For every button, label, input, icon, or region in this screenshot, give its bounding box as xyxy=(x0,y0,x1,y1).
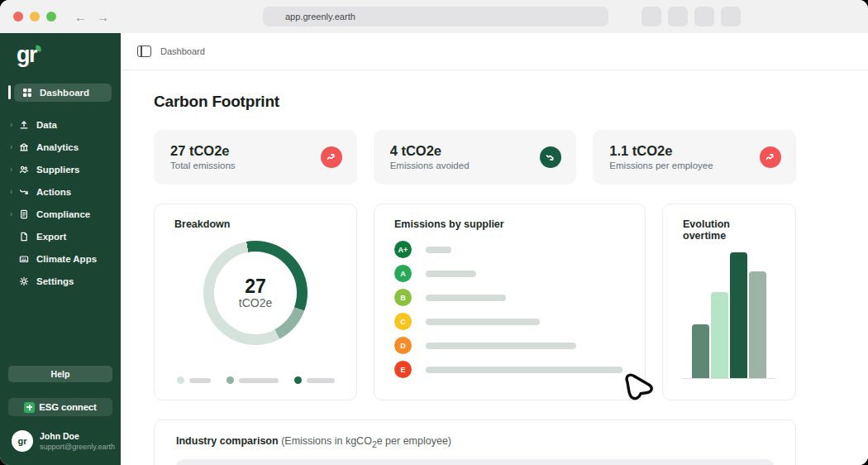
sidebar-item-label: Settings xyxy=(36,276,74,286)
data-upload-icon xyxy=(18,119,29,130)
forward-icon[interactable]: → xyxy=(97,10,109,24)
chevron-right-icon: › xyxy=(10,165,17,174)
suppliers-people-icon xyxy=(18,164,29,175)
browser-chrome: ← → app.greenly.earth xyxy=(0,0,868,33)
sidebar-item-compliance[interactable]: › Compliance xyxy=(0,205,121,223)
avatar: gr xyxy=(12,430,33,452)
climate-apps-icon xyxy=(18,253,29,264)
sidebar-item-label: Compliance xyxy=(36,209,90,219)
donut-value: 27 xyxy=(245,276,266,296)
charts-row: Breakdown 27 tCO2e xyxy=(154,204,796,400)
toolbar-placeholders xyxy=(641,7,741,26)
legend-dot xyxy=(294,376,302,384)
legend-dot xyxy=(177,376,184,384)
user-email: support@greenly.earth xyxy=(40,442,115,452)
supplier-bar xyxy=(426,319,540,325)
esg-connect-icon xyxy=(24,402,35,413)
sidebar-item-label: Climate Apps xyxy=(36,254,97,264)
breakdown-card: Breakdown 27 tCO2e xyxy=(154,204,357,400)
legend-placeholder-bar xyxy=(239,378,279,383)
greenly-logo[interactable]: gr xyxy=(17,42,121,70)
sidebar-toggle-icon[interactable] xyxy=(137,46,151,57)
legend-item xyxy=(177,376,211,384)
sidebar-item-settings[interactable]: Settings xyxy=(0,272,121,290)
esg-connect-button[interactable]: ESG connect xyxy=(8,398,112,416)
help-button[interactable]: Help xyxy=(8,366,112,382)
supplier-row: E xyxy=(394,361,625,378)
emissions-by-supplier-card: Emissions by supplier A+ A B xyxy=(374,204,646,400)
logo-text: gr xyxy=(17,42,36,67)
page-title: Carbon Footprint xyxy=(154,93,796,111)
supplier-row: A xyxy=(394,265,625,282)
toolbar-button[interactable] xyxy=(641,7,661,26)
url-text: app.greenly.earth xyxy=(285,12,355,22)
stat-label: Total emissions xyxy=(170,160,236,172)
chevron-right-icon: › xyxy=(10,188,17,196)
grade-badge-e: E xyxy=(394,361,412,378)
settings-gear-icon xyxy=(18,276,29,286)
grade-badge-b: B xyxy=(394,289,412,306)
sidebar-item-suppliers[interactable]: › Suppliers xyxy=(0,161,121,178)
chevron-right-icon: › xyxy=(10,121,17,129)
stat-label: Emissions per employee xyxy=(609,160,713,172)
evolution-bar xyxy=(730,252,747,378)
sidebar-item-label: Analytics xyxy=(36,142,79,152)
breakdown-donut[interactable]: 27 tCO2e xyxy=(203,241,308,345)
supplier-row: A+ xyxy=(394,241,625,258)
dashboard-content: Carbon Footprint 27 tCO2e Total emission… xyxy=(121,70,868,465)
url-bar[interactable]: app.greenly.earth xyxy=(263,7,608,26)
sidebar-item-export[interactable]: Export xyxy=(0,228,121,245)
sidebar-item-label: Suppliers xyxy=(36,165,79,175)
stat-value: 27 tCO2e xyxy=(170,142,236,160)
industry-comparison-track[interactable] xyxy=(176,459,774,465)
industry-comparison-title: Industry comparison (Emissions in kgCO2e… xyxy=(176,435,774,449)
main-area: Dashboard Carbon Footprint 27 tCO2e Tota… xyxy=(121,33,868,465)
grade-badge-a: A xyxy=(394,265,412,282)
compliance-document-icon xyxy=(18,209,29,219)
evolution-title: Evolution overtime xyxy=(683,218,775,242)
sidebar-item-climate-apps[interactable]: Climate Apps xyxy=(0,250,121,267)
topbar: Dashboard xyxy=(121,33,868,70)
supplier-bar xyxy=(426,343,576,349)
trend-up-icon xyxy=(760,146,781,168)
supplier-row: D xyxy=(394,337,625,354)
sidebar-item-data[interactable]: › Data xyxy=(0,116,121,133)
supplier-bar xyxy=(426,247,451,253)
donut-center: 27 tCO2e xyxy=(214,252,297,334)
evolution-bar xyxy=(749,271,766,378)
sidebar-item-analytics[interactable]: › Analytics xyxy=(0,138,121,156)
traffic-lights xyxy=(13,12,56,22)
breakdown-legend xyxy=(174,376,336,386)
legend-item xyxy=(294,376,335,384)
minimize-window-button[interactable] xyxy=(30,12,40,22)
industry-title-bold: Industry comparison xyxy=(176,435,279,447)
user-account[interactable]: gr John Doe support@greenly.earth xyxy=(12,430,114,452)
grade-badge-c: C xyxy=(394,313,412,330)
toolbar-button[interactable] xyxy=(668,7,688,26)
supplier-bar xyxy=(426,271,476,277)
evolution-bar-chart[interactable] xyxy=(683,252,775,379)
evolution-bar xyxy=(692,324,709,378)
stats-row: 27 tCO2e Total emissions 4 tCO2e Emissio… xyxy=(154,130,796,185)
sidebar-item-label: Dashboard xyxy=(40,88,89,98)
sidebar-item-label: Data xyxy=(36,120,57,130)
sidebar-nav: Dashboard › Data › Analytics xyxy=(0,84,121,290)
close-window-button[interactable] xyxy=(13,12,23,22)
legend-placeholder-bar xyxy=(307,378,335,383)
sidebar-item-actions[interactable]: › Actions xyxy=(0,183,121,200)
toolbar-button[interactable] xyxy=(721,7,741,26)
breakdown-title: Breakdown xyxy=(174,218,336,230)
zoom-window-button[interactable] xyxy=(46,12,56,22)
sidebar: gr Dashboard › Data xyxy=(0,33,121,465)
sidebar-item-dashboard[interactable]: Dashboard xyxy=(14,84,112,102)
back-icon[interactable]: ← xyxy=(74,10,87,24)
actions-trend-icon xyxy=(18,186,29,197)
stat-value: 1.1 tCO2e xyxy=(609,142,713,160)
toolbar-button[interactable] xyxy=(694,7,714,26)
stat-card-emissions-avoided: 4 tCO2e Emissions avoided xyxy=(374,130,577,185)
legend-item xyxy=(227,376,279,384)
suppliers-title: Emissions by supplier xyxy=(394,218,625,230)
grade-badge-d: D xyxy=(394,337,412,354)
legend-placeholder-bar xyxy=(189,378,211,383)
breadcrumb[interactable]: Dashboard xyxy=(160,46,205,56)
